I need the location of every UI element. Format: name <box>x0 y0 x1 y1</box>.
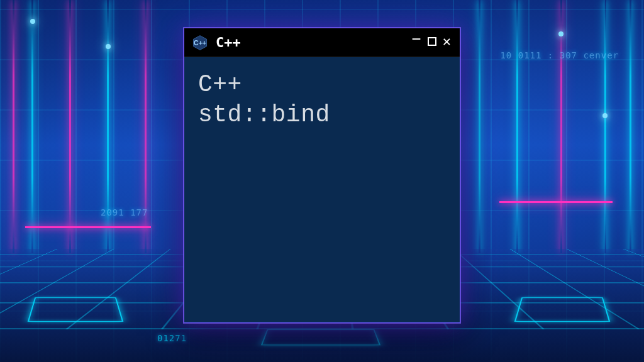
terminal-body: C++ std::bind <box>184 57 460 322</box>
glow-dot <box>558 31 564 36</box>
neon-hbar <box>25 226 151 228</box>
code-line-1: C++ <box>198 70 446 100</box>
neon-line <box>31 0 33 253</box>
neon-line <box>516 0 518 253</box>
neon-line-pink <box>69 0 71 253</box>
close-button[interactable]: ✕ <box>441 36 452 50</box>
floor-square <box>514 297 610 321</box>
neon-line <box>604 0 606 253</box>
minimize-button[interactable]: − <box>410 32 423 48</box>
neon-line <box>630 0 631 253</box>
deco-text: 2091 177 <box>101 207 148 217</box>
neon-line-pink <box>560 0 562 253</box>
code-line-2: std::bind <box>198 100 446 130</box>
glow-dot <box>602 113 608 118</box>
maximize-button[interactable] <box>426 36 438 49</box>
glow-dot <box>30 19 35 24</box>
floor-square <box>261 329 380 345</box>
terminal-window: C++ C++ − ✕ C++ std::bind <box>184 28 460 323</box>
window-controls: − ✕ <box>410 35 452 51</box>
glow-dot <box>106 44 111 49</box>
neon-hbar <box>499 201 613 203</box>
svg-text:C++: C++ <box>194 39 206 47</box>
deco-text: 10 0111 : 307 cenver <box>500 50 619 60</box>
neon-line <box>479 0 480 253</box>
titlebar[interactable]: C++ C++ − ✕ <box>184 28 460 57</box>
floor-square <box>28 297 123 321</box>
window-title: C++ <box>216 35 402 50</box>
neon-line-pink <box>13 0 14 253</box>
cpp-icon: C++ <box>192 35 208 51</box>
deco-text: 01271 <box>157 333 187 343</box>
